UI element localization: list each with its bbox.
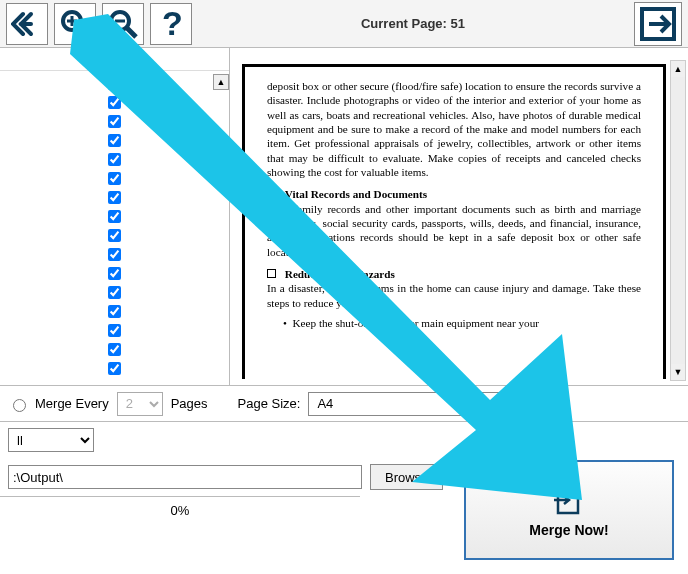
list-item[interactable] xyxy=(108,226,213,245)
page-size-select[interactable]: A4 xyxy=(308,392,558,416)
list-item[interactable] xyxy=(108,264,213,283)
preview-bullet-1: Keep the shut-off switch for main equipm… xyxy=(293,317,539,329)
merge-now-label: Merge Now! xyxy=(529,522,608,538)
page-merge-checkbox[interactable] xyxy=(108,305,121,318)
list-item[interactable] xyxy=(108,112,213,131)
preview-sec3-title: Reduce Home Hazards xyxy=(285,268,395,280)
merge-column-header: Merge xyxy=(0,48,229,71)
zoom-in-button[interactable] xyxy=(54,3,96,45)
page-merge-checkbox[interactable] xyxy=(108,229,121,242)
svg-line-1 xyxy=(79,28,88,37)
page-preview: deposit box or other secure (flood/fire … xyxy=(242,64,666,379)
page-merge-checkbox[interactable] xyxy=(108,267,121,280)
merge-every-label: Merge Every xyxy=(35,396,109,411)
preview-sec3-body: In a disaster, ordinary items in the hom… xyxy=(267,282,641,308)
page-merge-checkbox[interactable] xyxy=(108,324,121,337)
preview-para-1: deposit box or other secure (flood/fire … xyxy=(267,79,641,179)
merge-icon xyxy=(552,482,586,516)
checkbox-glyph-icon xyxy=(267,189,276,198)
scroll-down-icon[interactable]: ▼ xyxy=(671,364,685,380)
page-size-label: Page Size: xyxy=(238,396,301,411)
list-item[interactable] xyxy=(108,169,213,188)
list-item[interactable] xyxy=(108,74,213,93)
scroll-up-icon[interactable]: ▲ xyxy=(671,61,685,77)
list-item[interactable] xyxy=(108,150,213,169)
preview-sec2-body: Vital family records and other important… xyxy=(267,203,641,258)
list-item[interactable] xyxy=(108,302,213,321)
page-merge-checkbox[interactable] xyxy=(108,248,121,261)
page-merge-checkbox[interactable] xyxy=(108,96,121,109)
scroll-up-button[interactable]: ▲ xyxy=(213,74,229,90)
page-merge-checkbox[interactable] xyxy=(108,172,121,185)
zoom-out-icon xyxy=(107,8,139,40)
current-page-label: Current Page: 51 xyxy=(198,16,628,31)
exit-button[interactable] xyxy=(634,2,682,46)
exit-icon xyxy=(639,6,677,42)
page-merge-checkbox[interactable] xyxy=(108,191,121,204)
help-icon: ? xyxy=(158,7,184,41)
pages-label: Pages xyxy=(171,396,208,411)
page-checkbox-list[interactable] xyxy=(0,74,213,385)
zoom-in-icon xyxy=(59,8,91,40)
list-item[interactable] xyxy=(108,340,213,359)
help-button[interactable]: ? xyxy=(150,3,192,45)
merge-every-radio[interactable]: Merge Every xyxy=(8,396,109,412)
page-merge-checkbox[interactable] xyxy=(108,286,121,299)
page-merge-checkbox[interactable] xyxy=(108,115,121,128)
back-button[interactable] xyxy=(6,3,48,45)
merge-every-select[interactable]: 2 xyxy=(117,392,163,416)
page-merge-checkbox[interactable] xyxy=(108,210,121,223)
format-select[interactable]: ll xyxy=(8,428,94,452)
zoom-out-button[interactable] xyxy=(102,3,144,45)
svg-text:?: ? xyxy=(162,7,183,41)
progress-label: 0% xyxy=(171,503,190,518)
merge-now-button[interactable]: Merge Now! xyxy=(464,460,674,560)
svg-line-5 xyxy=(127,28,136,37)
list-item[interactable] xyxy=(108,359,213,378)
preview-scrollbar[interactable]: ▲ ▼ xyxy=(670,60,686,381)
preview-sec2-title: Vital Records and Documents xyxy=(285,188,427,200)
list-item[interactable] xyxy=(108,207,213,226)
page-merge-checkbox[interactable] xyxy=(108,134,121,147)
page-list-pane: Merge ▲ xyxy=(0,48,230,385)
back-icon xyxy=(11,10,43,38)
browse-button[interactable]: Browse xyxy=(370,464,443,490)
list-item[interactable] xyxy=(108,321,213,340)
page-merge-checkbox[interactable] xyxy=(108,362,121,375)
output-path-input[interactable] xyxy=(8,465,362,489)
list-item[interactable] xyxy=(108,188,213,207)
list-item[interactable] xyxy=(108,245,213,264)
page-merge-checkbox[interactable] xyxy=(108,343,121,356)
list-item[interactable] xyxy=(108,131,213,150)
list-item[interactable] xyxy=(108,93,213,112)
page-merge-checkbox[interactable] xyxy=(108,77,121,90)
merge-every-radio-input[interactable] xyxy=(13,399,26,412)
checkbox-glyph-icon xyxy=(267,269,276,278)
page-merge-checkbox[interactable] xyxy=(108,153,121,166)
list-item[interactable] xyxy=(108,283,213,302)
